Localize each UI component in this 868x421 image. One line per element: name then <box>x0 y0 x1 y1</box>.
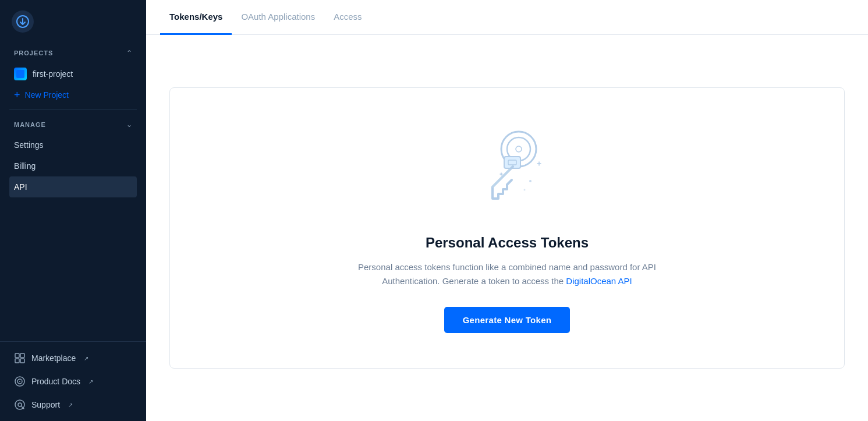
sidebar-item-api[interactable]: API <box>9 176 137 197</box>
sidebar: PROJECTS ⌃ first-project + New Project M… <box>0 0 146 421</box>
project-item-first[interactable]: first-project <box>9 63 137 85</box>
sidebar-bottom: Marketplace ↗ Product Docs ↗ <box>0 341 146 421</box>
svg-point-20 <box>529 180 532 182</box>
svg-point-17 <box>516 146 522 152</box>
external-link-icon: ↗ <box>84 355 88 362</box>
content-area: Personal Access Tokens Personal access t… <box>146 35 868 421</box>
projects-title: PROJECTS <box>14 49 53 56</box>
svg-rect-5 <box>20 359 24 363</box>
key-illustration <box>466 123 548 216</box>
plus-icon: + <box>14 90 20 100</box>
sidebar-logo <box>0 0 146 43</box>
svg-rect-3 <box>20 353 24 358</box>
tab-tokens-keys[interactable]: Tokens/Keys <box>160 0 232 35</box>
manage-header[interactable]: MANAGE ⌄ <box>9 115 137 135</box>
token-description: Personal access tokens function like a c… <box>332 260 682 288</box>
svg-rect-4 <box>15 359 19 363</box>
project-icon <box>14 68 27 80</box>
marketplace-icon <box>14 352 26 364</box>
project-label: first-project <box>33 69 73 79</box>
projects-header[interactable]: PROJECTS ⌃ <box>9 43 137 63</box>
projects-section: PROJECTS ⌃ first-project + New Project <box>0 43 146 105</box>
token-card: Personal Access Tokens Personal access t… <box>169 87 845 369</box>
generate-token-button[interactable]: Generate New Token <box>444 307 571 333</box>
manage-section: MANAGE ⌄ Settings Billing API <box>0 115 146 197</box>
tab-access[interactable]: Access <box>324 0 371 35</box>
svg-rect-2 <box>15 353 19 358</box>
svg-point-10 <box>18 403 22 406</box>
sidebar-item-support[interactable]: Support ↗ <box>9 393 137 416</box>
support-label: Support <box>31 400 60 409</box>
new-project-label: New Project <box>25 90 69 100</box>
svg-rect-1 <box>16 70 24 78</box>
main-content: Tokens/Keys OAuth Applications Access <box>146 0 868 421</box>
external-link-icon-3: ↗ <box>68 402 73 408</box>
new-project-button[interactable]: + New Project <box>9 85 137 105</box>
logo-icon <box>12 10 34 33</box>
marketplace-label: Marketplace <box>31 353 76 363</box>
sidebar-item-marketplace[interactable]: Marketplace ↗ <box>9 346 137 370</box>
manage-chevron-icon: ⌄ <box>126 121 132 129</box>
tab-oauth-applications[interactable]: OAuth Applications <box>232 0 324 35</box>
projects-chevron-icon: ⌃ <box>126 49 132 57</box>
svg-point-21 <box>524 189 526 191</box>
sidebar-item-settings[interactable]: Settings <box>9 135 137 155</box>
support-icon <box>14 399 26 411</box>
sidebar-divider <box>9 109 137 110</box>
product-docs-icon <box>14 376 26 387</box>
tabs-bar: Tokens/Keys OAuth Applications Access <box>146 0 868 35</box>
external-link-icon-2: ↗ <box>88 378 93 385</box>
manage-title: MANAGE <box>14 121 46 128</box>
product-docs-label: Product Docs <box>31 377 80 386</box>
svg-point-8 <box>19 381 20 382</box>
sidebar-item-billing[interactable]: Billing <box>9 155 137 176</box>
api-link[interactable]: DigitalOcean API <box>566 276 632 286</box>
token-title: Personal Access Tokens <box>426 235 589 251</box>
sidebar-item-product-docs[interactable]: Product Docs ↗ <box>9 370 137 393</box>
